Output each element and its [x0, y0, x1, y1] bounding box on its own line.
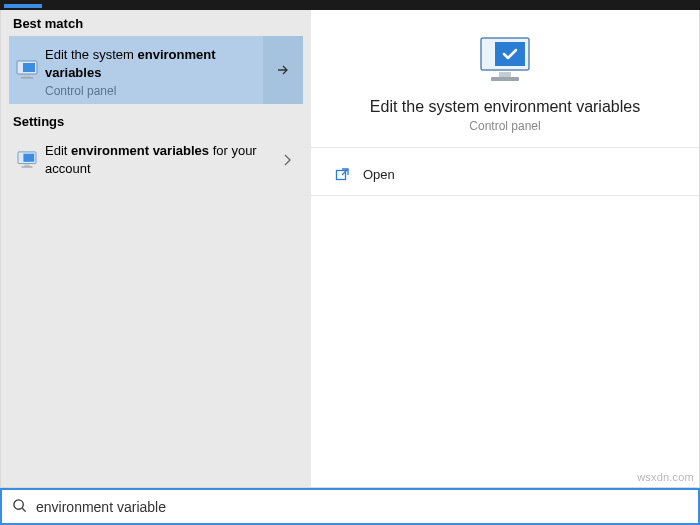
- bm-title-pre: Edit the system: [45, 47, 137, 62]
- si-bold: environment variables: [71, 143, 209, 158]
- detail-title: Edit the system environment variables: [327, 98, 683, 116]
- best-match-header: Best match: [1, 10, 311, 36]
- open-icon: [335, 167, 363, 183]
- svg-rect-1: [23, 63, 35, 72]
- search-bar[interactable]: [0, 488, 700, 525]
- svg-rect-11: [491, 77, 519, 81]
- best-match-subtitle: Control panel: [45, 83, 259, 99]
- settings-item-label: Edit environment variables for your acco…: [45, 142, 275, 177]
- svg-rect-6: [24, 165, 29, 167]
- monitor-icon: [9, 151, 45, 169]
- search-results-panel: Best match Edit the system environment v…: [0, 10, 700, 488]
- detail-header: Edit the system environment variables Co…: [311, 10, 699, 148]
- results-detail-column: Edit the system environment variables Co…: [311, 10, 699, 487]
- svg-rect-12: [337, 170, 346, 179]
- detail-subtitle: Control panel: [327, 119, 683, 133]
- search-input[interactable]: [34, 498, 688, 516]
- open-action[interactable]: Open: [311, 154, 699, 196]
- actions-list: Open: [311, 148, 699, 202]
- monitor-icon: [9, 36, 45, 104]
- expand-arrow-button[interactable]: [263, 36, 303, 104]
- svg-rect-2: [24, 75, 30, 77]
- best-match-text: Edit the system environment variables Co…: [45, 36, 263, 104]
- search-icon: [12, 498, 34, 516]
- open-label: Open: [363, 167, 395, 182]
- window-topbar: [0, 0, 700, 10]
- svg-rect-7: [22, 166, 33, 167]
- monitor-check-icon: [477, 34, 533, 86]
- results-left-column: Best match Edit the system environment v…: [1, 10, 311, 487]
- settings-header: Settings: [1, 108, 311, 134]
- svg-rect-9: [495, 42, 525, 66]
- svg-rect-5: [23, 154, 34, 162]
- best-match-item[interactable]: Edit the system environment variables Co…: [9, 36, 303, 104]
- svg-rect-10: [499, 72, 511, 77]
- si-pre: Edit: [45, 143, 71, 158]
- accent-indicator: [4, 4, 42, 8]
- svg-rect-3: [21, 77, 33, 79]
- svg-point-13: [14, 499, 23, 508]
- watermark: wsxdn.com: [637, 471, 694, 483]
- settings-item[interactable]: Edit environment variables for your acco…: [9, 134, 303, 186]
- chevron-right-icon: [275, 153, 299, 167]
